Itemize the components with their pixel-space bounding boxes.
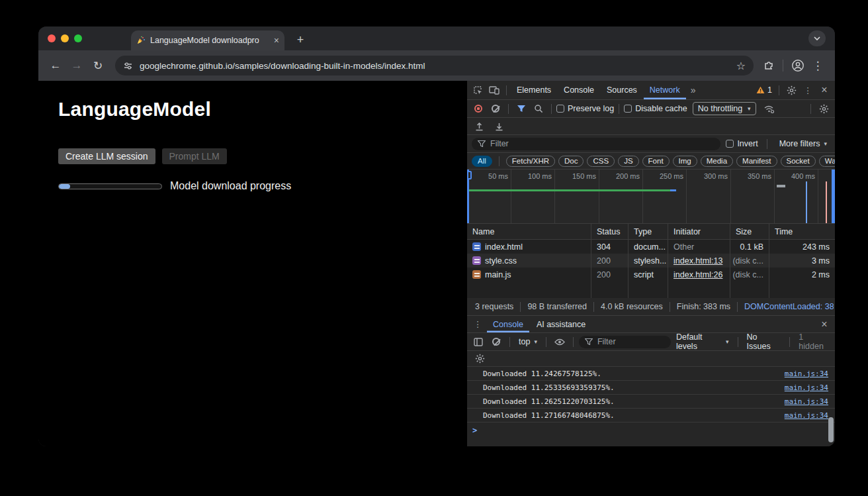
tab-sources[interactable]: Sources [601,81,643,99]
col-initiator[interactable]: Initiator [668,224,730,239]
window-content: LanguageModel Create LLM session Prompt … [38,81,835,446]
log-levels-dropdown[interactable]: Default levels ▾ [673,332,732,351]
throttling-select[interactable]: No throttling ▾ [693,102,756,115]
source-link[interactable]: main.js:34 [785,411,828,420]
devtools-settings-gear-icon[interactable] [783,83,799,97]
search-icon[interactable] [531,101,546,116]
chip-all[interactable]: All [472,156,492,167]
timeline-left-grip[interactable] [467,171,472,179]
source-link[interactable]: main.js:34 [785,383,828,392]
finish-time: Finish: 383 ms [670,302,738,312]
clear-network-log-icon[interactable] [488,101,503,116]
tab-close-icon[interactable]: × [274,36,279,45]
console-prompt[interactable]: > [467,422,835,438]
table-row-style-css[interactable]: style.css 200 stylesh... index.html:13 (… [467,254,835,268]
console-message[interactable]: Downloaded 11.24267578125%. main.js:34 [467,366,835,380]
console-message[interactable]: Downloaded 11.25335693359375%. main.js:3… [467,380,835,394]
tick-50ms: 50 ms [468,172,508,180]
context-selector[interactable]: top ▾ [515,337,541,346]
chevron-down-icon: ▾ [824,140,827,147]
table-row-main-js[interactable]: main.js 200 script index.html:26 (disk c… [467,268,835,281]
chip-manifest[interactable]: Manifest [736,156,777,167]
disable-cache-checkbox[interactable]: Disable cache [624,104,687,113]
issues-warning-badge[interactable]: 1 [754,85,775,95]
drawer-close-icon[interactable]: × [816,317,832,332]
reload-button[interactable]: ↻ [90,58,106,74]
new-tab-button[interactable]: + [292,32,308,48]
close-window-button[interactable] [48,34,56,42]
initiator-link[interactable]: index.html:13 [673,256,722,266]
tab-network[interactable]: Network [644,81,686,99]
profile-avatar-icon[interactable] [791,59,804,72]
more-filters-dropdown[interactable]: More filters ▾ [776,139,830,148]
resources: 4.0 kB resources [594,302,670,312]
create-llm-session-button[interactable]: Create LLM session [58,148,155,164]
extensions-icon[interactable] [763,60,775,72]
issues-status[interactable]: No Issues [744,332,785,351]
col-time[interactable]: Time [769,224,835,239]
network-filter-input[interactable]: Filter [472,138,720,150]
preserve-log-checkbox[interactable]: Preserve log [556,104,614,113]
chip-font[interactable]: Font [642,156,670,167]
console-message[interactable]: Downloaded 11.26251220703125%. main.js:3… [467,394,835,408]
drawer-tab-console[interactable]: Console [487,316,529,332]
drawer-tab-ai-assistance[interactable]: AI assistance [531,316,591,332]
col-status[interactable]: Status [591,224,629,239]
address-bar[interactable]: googlechrome.github.io/samples/downloadi… [115,56,754,75]
chip-wasm[interactable]: Wasm [819,156,835,167]
forward-button[interactable]: → [69,58,85,74]
record-network-log-icon[interactable] [470,101,486,116]
tab-elements[interactable]: Elements [511,81,557,99]
scrollbar-thumb[interactable] [828,417,834,442]
table-row-index-html[interactable]: index.html 304 docum... Other 0.1 kB 243… [467,240,835,254]
zoom-window-button[interactable] [74,34,82,42]
timeline-right-handle[interactable] [832,170,835,223]
drawer-menu-icon[interactable]: ⋮ [470,317,486,332]
console-message[interactable]: Downloaded 11.27166748046875%. main.js:3… [467,408,835,422]
chip-doc[interactable]: Doc [558,156,584,167]
invert-label: Invert [737,139,758,148]
console-filter-input[interactable]: Filter [579,336,671,348]
import-har-icon[interactable] [471,119,487,134]
back-button[interactable]: ← [48,58,64,74]
chip-img[interactable]: Img [673,156,697,167]
bookmark-star-icon[interactable]: ☆ [736,60,746,72]
browser-menu-icon[interactable]: ⋮ [810,58,826,74]
console-sidebar-icon[interactable] [470,334,486,349]
source-link[interactable]: main.js:34 [785,370,828,378]
preserve-log-label: Preserve log [568,104,614,113]
url-text[interactable]: googlechrome.github.io/samples/downloadi… [140,61,730,71]
har-toolbar [467,118,835,135]
network-conditions-icon[interactable] [761,101,777,116]
tab-strip: LanguageModel downloadpro × + [38,26,835,50]
col-type[interactable]: Type [629,224,668,239]
more-tabs-icon[interactable]: » [687,85,700,95]
chip-fetch-xhr[interactable]: Fetch/XHR [506,156,555,167]
chip-js[interactable]: JS [618,156,638,167]
devtools-close-icon[interactable]: × [816,83,832,97]
minimize-window-button[interactable] [61,34,69,42]
live-expression-eye-icon[interactable] [552,334,568,349]
col-name[interactable]: Name [467,224,591,239]
tab-search-button[interactable] [808,30,826,46]
invert-checkbox[interactable]: Invert [726,139,758,148]
browser-tab[interactable]: LanguageModel downloadpro × [131,30,284,50]
source-link[interactable]: main.js:34 [785,397,828,406]
chip-media[interactable]: Media [701,156,733,167]
devtools-tabbar: Elements Console Sources Network » 1 ⋮ × [467,81,835,100]
console-settings-gear-icon[interactable] [472,352,488,366]
devtools-menu-icon[interactable]: ⋮ [800,83,816,97]
export-har-icon[interactable] [491,119,507,134]
network-timeline-overview[interactable]: 50 ms 100 ms 150 ms 200 ms 250 ms 300 ms… [467,170,835,224]
chip-css[interactable]: CSS [587,156,615,167]
col-size[interactable]: Size [730,224,769,239]
site-settings-icon[interactable] [123,61,133,71]
device-toolbar-icon[interactable] [486,83,502,97]
inspect-element-icon[interactable] [470,83,486,97]
initiator-link[interactable]: index.html:26 [673,270,722,279]
chip-socket[interactable]: Socket [781,156,816,167]
network-settings-gear-icon[interactable] [816,101,832,116]
clear-console-icon[interactable] [488,334,504,349]
tab-console[interactable]: Console [558,81,600,99]
filter-funnel-icon[interactable] [513,101,529,116]
